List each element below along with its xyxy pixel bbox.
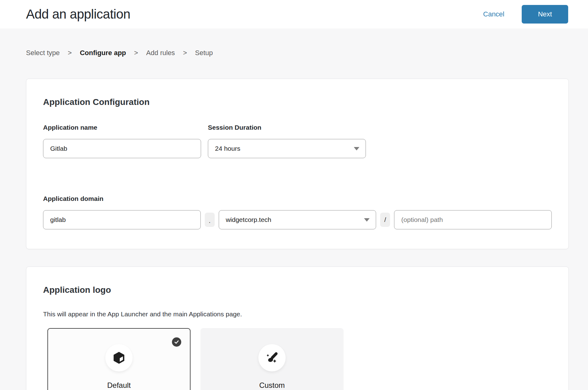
session-duration-label: Session Duration	[208, 124, 366, 132]
application-logo-description: This will appear in the App Launcher and…	[43, 310, 552, 318]
session-duration-field-group: Session Duration 24 hours	[208, 124, 366, 158]
top-bar: Add an application Cancel Next	[0, 0, 588, 28]
subdomain-input[interactable]	[43, 210, 201, 229]
next-button[interactable]: Next	[522, 5, 568, 24]
application-logo-card: Application logo This will appear in the…	[26, 266, 569, 390]
domain-select-value: widgetcorp.tech	[226, 216, 271, 223]
chevron-down-icon	[354, 147, 359, 150]
domain-select[interactable]: widgetcorp.tech	[219, 210, 376, 229]
page-title: Add an application	[26, 7, 130, 22]
dot-separator: .	[205, 213, 215, 227]
paintbrush-icon	[265, 351, 279, 365]
cube-icon	[112, 351, 126, 365]
breadcrumb: Select type > Configure app > Add rules …	[26, 49, 562, 57]
logo-options: Default Custom	[47, 328, 552, 390]
breadcrumb-separator: >	[183, 49, 187, 57]
logo-option-custom[interactable]: Custom	[200, 328, 344, 390]
session-duration-select[interactable]: 24 hours	[208, 139, 366, 158]
application-configuration-card: Application Configuration Application na…	[26, 79, 569, 249]
application-name-label: Application name	[43, 124, 201, 132]
name-session-row: Application name Session Duration 24 hou…	[43, 124, 552, 158]
slash-separator: /	[380, 213, 390, 227]
default-logo-circle	[105, 344, 133, 371]
check-icon	[174, 339, 179, 345]
application-configuration-heading: Application Configuration	[43, 97, 552, 107]
application-domain-field-group: Application domain . widgetcorp.tech /	[43, 195, 552, 229]
step-select-type[interactable]: Select type	[26, 49, 60, 57]
application-domain-row: . widgetcorp.tech /	[43, 210, 552, 229]
application-name-input[interactable]	[43, 139, 201, 158]
logo-option-label: Default	[48, 381, 190, 390]
step-add-rules[interactable]: Add rules	[146, 49, 175, 57]
logo-option-default[interactable]: Default	[47, 328, 191, 390]
logo-option-label: Custom	[201, 381, 343, 390]
custom-logo-circle	[258, 344, 286, 371]
selected-check-badge	[172, 337, 181, 347]
breadcrumb-separator: >	[134, 49, 138, 57]
chevron-down-icon	[364, 218, 370, 222]
cancel-button[interactable]: Cancel	[483, 10, 504, 18]
step-setup[interactable]: Setup	[195, 49, 213, 57]
session-duration-value: 24 hours	[215, 145, 240, 152]
step-configure-app[interactable]: Configure app	[80, 49, 126, 57]
application-domain-label: Application domain	[43, 195, 552, 203]
path-input[interactable]	[394, 210, 552, 229]
breadcrumb-separator: >	[68, 49, 72, 57]
application-name-field-group: Application name	[43, 124, 201, 158]
application-logo-heading: Application logo	[43, 285, 552, 295]
